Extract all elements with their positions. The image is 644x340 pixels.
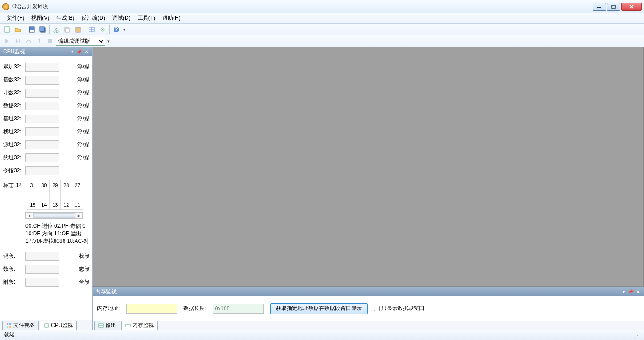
mdi-client-area xyxy=(93,47,644,287)
flag-bit-header: 15 xyxy=(27,200,38,210)
register-value-input[interactable] xyxy=(25,115,59,123)
debug-stepover-icon[interactable] xyxy=(24,36,34,46)
scroll-right-icon[interactable]: ► xyxy=(76,213,82,218)
register-row: 计数32: 浮/媒 xyxy=(3,86,89,99)
register-value-input[interactable] xyxy=(25,153,59,162)
open-folder-icon[interactable] xyxy=(13,25,23,34)
maximize-button[interactable] xyxy=(607,3,620,11)
register-label: 累加32: xyxy=(3,63,25,71)
flag-bit-header: 28 xyxy=(61,180,72,190)
save-all-icon[interactable] xyxy=(38,25,47,34)
register-label: 基数32: xyxy=(3,76,25,84)
register-value-input[interactable] xyxy=(25,89,59,98)
segment-right-label: 全段 xyxy=(72,278,89,286)
svg-point-5 xyxy=(8,27,9,29)
register-label: 令指32: xyxy=(3,167,25,174)
status-bar: 就绪 ⋰ xyxy=(0,330,644,340)
menu-disasm[interactable]: 反汇编(D) xyxy=(78,13,109,23)
panel-close-icon[interactable]: ✕ xyxy=(83,48,89,55)
memory-panel-header: 内存监视 ▾ 📌 ✕ xyxy=(93,287,644,296)
register-label: 基址32: xyxy=(3,115,25,123)
build-config-select[interactable]: 编译成调试版 xyxy=(56,37,105,46)
segment-value-input[interactable] xyxy=(25,278,59,287)
menu-help[interactable]: 帮助(H) xyxy=(159,13,184,23)
window-title: O语言开发环境 xyxy=(12,3,593,10)
menu-tools[interactable]: 工具(T) xyxy=(134,13,159,23)
mem-address-label: 内存地址: xyxy=(97,305,120,312)
register-value-input[interactable] xyxy=(25,76,59,85)
resize-grip-icon[interactable]: ⋰ xyxy=(635,332,640,339)
minimize-button[interactable] xyxy=(593,3,606,11)
debug-start-icon[interactable] xyxy=(2,36,12,46)
debug-stepout-icon[interactable] xyxy=(34,36,44,46)
copy-icon[interactable] xyxy=(62,25,72,34)
svg-rect-38 xyxy=(126,324,130,327)
flags-legend: 00:CF-进位 02:PF-奇偶 0 10:DF-方向 11:OF-溢出 17… xyxy=(25,222,89,245)
tab-cpu-monitor[interactable]: CPU监视 xyxy=(40,321,77,330)
tab-output[interactable]: 输出 xyxy=(94,321,120,330)
save-icon[interactable] xyxy=(27,25,37,34)
register-value-input[interactable] xyxy=(25,63,59,72)
help-icon[interactable]: ? xyxy=(111,25,121,34)
tab-memory-monitor[interactable]: 内存监视 xyxy=(121,321,158,330)
svg-marker-25 xyxy=(5,39,9,43)
flag-bit-header: 31 xyxy=(27,180,38,190)
mem-panel-pin-icon[interactable]: 📌 xyxy=(627,289,634,295)
segment-right-label: 志段 xyxy=(72,265,89,273)
toolbar-overflow-icon[interactable]: ▾ xyxy=(122,25,127,34)
flag-bit-value: – xyxy=(72,190,83,200)
register-value-input[interactable] xyxy=(25,128,59,136)
paste-icon[interactable] xyxy=(73,25,83,34)
close-button[interactable] xyxy=(621,3,642,11)
register-row: 累加32: 浮/媒 xyxy=(3,60,89,73)
svg-rect-9 xyxy=(40,27,44,31)
cut-icon[interactable] xyxy=(51,25,61,34)
menu-view[interactable]: 视图(V) xyxy=(28,13,53,23)
segment-value-input[interactable] xyxy=(25,265,59,274)
debug-stop-icon[interactable] xyxy=(45,36,55,46)
register-float-label: 浮/媒 xyxy=(72,89,89,97)
register-row: 令指32: xyxy=(3,164,89,177)
flag-bit-value: – xyxy=(27,190,38,200)
mem-panel-dropdown-icon[interactable]: ▾ xyxy=(620,289,627,295)
register-float-label: 浮/媒 xyxy=(72,76,89,84)
register-value-input[interactable] xyxy=(25,102,59,110)
mem-fetch-button[interactable]: 获取指定地址数据在数据段窗口显示 xyxy=(270,303,368,314)
scroll-thumb[interactable] xyxy=(33,213,75,218)
menu-file[interactable]: 文件(F) xyxy=(3,13,28,23)
mem-panel-close-icon[interactable]: ✕ xyxy=(635,289,641,295)
mem-address-input[interactable] xyxy=(126,304,177,314)
register-float-label: 浮/媒 xyxy=(72,115,89,123)
register-row: 源址32: 浮/媒 xyxy=(3,138,89,151)
register-value-input[interactable] xyxy=(25,166,59,175)
tab-file-view[interactable]: 文件视图 xyxy=(2,321,39,330)
menu-build[interactable]: 生成(B) xyxy=(53,13,78,23)
panel-dropdown-icon[interactable]: ▾ xyxy=(69,48,75,55)
flags-scrollbar[interactable]: ◄ ► xyxy=(25,212,83,219)
register-row: 基数32: 浮/媒 xyxy=(3,73,89,86)
svg-rect-33 xyxy=(7,326,8,328)
mem-length-input[interactable] xyxy=(213,304,264,314)
flag-bit-header: 29 xyxy=(50,180,61,190)
mem-only-data-checkbox-input[interactable] xyxy=(374,306,380,311)
toolbar-debug-overflow-icon[interactable]: ▾ xyxy=(106,37,110,46)
register-float-label: 浮/媒 xyxy=(72,128,89,136)
svg-rect-35 xyxy=(45,324,48,327)
register-row: 栈址32: 浮/媒 xyxy=(3,125,89,138)
mem-only-data-checkbox[interactable]: 只显示数据段窗口 xyxy=(374,305,424,312)
menu-debug[interactable]: 调试(D) xyxy=(109,13,134,23)
register-label: 计数32: xyxy=(3,89,25,97)
flags-table: 3130292827 ––––– 1514131211 xyxy=(27,180,84,210)
cpu-panel-title: CPU监视 xyxy=(3,48,25,55)
register-value-input[interactable] xyxy=(25,140,59,149)
register-row: 基址32: 浮/媒 xyxy=(3,112,89,125)
segment-value-input[interactable] xyxy=(25,252,59,261)
panel-pin-icon[interactable]: 📌 xyxy=(76,48,82,55)
settings-icon[interactable] xyxy=(97,25,107,34)
segment-right-label: 栈段 xyxy=(72,252,89,260)
table-icon[interactable] xyxy=(87,25,97,34)
new-file-icon[interactable] xyxy=(2,25,12,34)
debug-step-icon[interactable] xyxy=(13,36,23,46)
scroll-left-icon[interactable]: ◄ xyxy=(26,213,33,218)
memory-tabs: 输出 内存监视 xyxy=(93,321,644,330)
